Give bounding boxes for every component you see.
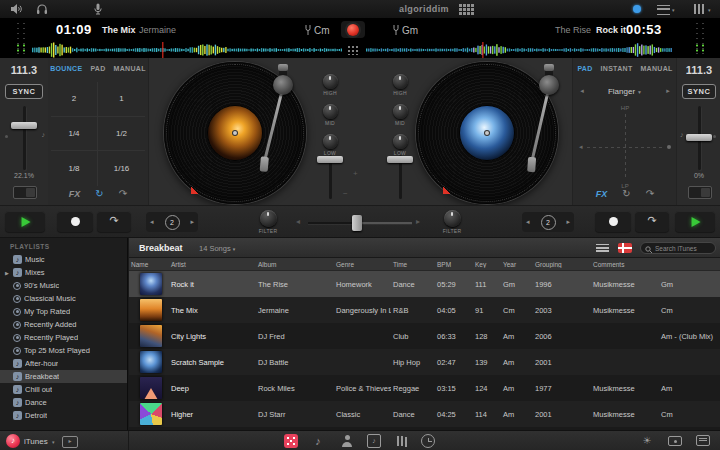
itunes-icon[interactable] [6,434,20,448]
microphone-icon[interactable] [92,3,104,15]
deck-b-sync-button[interactable]: SYNC [682,84,716,99]
fx-xy-pad[interactable]: HP LP ◂ [579,104,671,190]
bounce-icon[interactable]: ↷ [119,189,127,199]
sidebar-playlist-item[interactable]: ▶ Dance [0,396,127,409]
sidebar-playlist-item[interactable]: ▶ Recently Played [0,331,127,344]
speaker-icon[interactable] [10,3,22,15]
eq-knob[interactable] [323,104,338,119]
deck-tab[interactable]: INSTANT [601,65,633,72]
song-count[interactable]: 14 Songs▾ [199,244,235,253]
sidebar-playlist-item[interactable]: ▶ Classical Music [0,292,127,305]
songs-view-icon[interactable]: ♪ [311,434,325,448]
column-header[interactable]: Key [473,261,501,268]
loop-halve-icon[interactable]: ◂ [526,218,530,226]
grip-dots-icon[interactable] [347,45,359,55]
deck-b-bend-button[interactable]: ↷ [635,211,669,232]
eq-knob[interactable] [393,74,408,89]
column-header[interactable]: Genre [334,261,391,268]
deck-a-sync-button[interactable]: SYNC [5,84,43,99]
column-header[interactable]: Artist [169,261,256,268]
eq-knob[interactable] [393,134,408,149]
next-effect-icon[interactable]: ▸ [663,87,673,95]
flag-view-icon[interactable] [618,243,632,253]
deck-b-play-button[interactable] [675,211,715,232]
filter-knob[interactable] [260,210,277,227]
loop-halve-icon[interactable]: ◂ [150,218,154,226]
sidebar-playlist-item[interactable]: ▶ Breakbeat [0,370,127,383]
song-row[interactable]: The Mix Jermaine Dangerously In Love R&B… [129,297,720,323]
list-view-icon[interactable] [596,244,609,252]
headphones-icon[interactable] [36,3,48,15]
loop-icon[interactable]: ↻ [622,189,630,199]
playlists-view-icon[interactable] [284,434,298,448]
record-button[interactable] [341,21,365,38]
chevron-down-icon[interactable]: ▾ [672,7,675,13]
pitch-bend-plus[interactable]: + [353,169,358,178]
crossfader[interactable] [308,215,412,231]
fx-label[interactable]: FX [596,189,608,199]
prev-effect-icon[interactable]: ◂ [577,87,587,95]
deck-b-tonearm[interactable] [535,64,575,176]
sidebar-playlist-item[interactable]: ▶ My Top Rated [0,305,127,318]
sidebar-playlist-item[interactable]: ▶ Top 25 Most Played [0,344,127,357]
loop-double-icon[interactable]: ▸ [190,218,194,226]
channel-b-volume-fader[interactable] [385,155,415,199]
deck-tab[interactable]: BOUNCE [50,65,82,72]
open-file-icon[interactable] [62,436,78,448]
sidebar-playlist-item[interactable]: ▶ After-hour [0,357,127,370]
crossfader-handle[interactable] [352,215,362,231]
column-header[interactable]: Time [391,261,435,268]
deck-tab[interactable]: PAD [577,65,592,72]
fader-handle[interactable] [387,156,413,163]
bounce-pad[interactable]: 1/8 [51,151,98,186]
deck-tab[interactable]: MANUAL [640,65,672,72]
deck-a-waveform[interactable] [32,42,342,58]
song-row[interactable]: Deep Rock Miles Police & Thieves Reggae … [129,375,720,401]
bounce-pad[interactable]: 1/2 [98,117,145,152]
mixer-layout-icon[interactable] [694,4,706,14]
channel-a-volume-fader[interactable] [315,155,345,199]
bounce-pad[interactable]: 2 [51,82,98,117]
status-dot-icon[interactable] [633,5,641,13]
eq-knob[interactable] [393,104,408,119]
bounce-pad[interactable]: 1/4 [51,117,98,152]
deck-a-loop-beats[interactable]: 2 [165,215,180,230]
disclosure-triangle-icon[interactable]: ▶ [4,270,10,276]
filter-knob[interactable] [444,210,461,227]
column-header[interactable]: Album [256,261,334,268]
eq-knob[interactable] [323,134,338,149]
column-header[interactable]: Grouping [533,261,591,268]
deck-a-bend-button[interactable]: ↷ [97,211,131,232]
genres-view-icon[interactable] [395,434,409,448]
effect-name[interactable]: Flanger▼ [587,87,663,96]
column-header[interactable]: BPM [435,261,473,268]
column-header[interactable]: Name [129,261,169,268]
column-header[interactable]: Comments [591,261,659,268]
albums-view-icon[interactable]: ♪ [367,434,381,448]
source-label[interactable]: iTunes [24,437,48,446]
deck-a-pitch-slider[interactable]: ♪ [0,106,48,170]
song-row[interactable]: Scratch Sample DJ Battle Hip Hop 02:47 1… [129,349,720,375]
pitch-handle[interactable] [686,134,712,141]
queue-icon[interactable] [696,435,710,446]
deck-tab[interactable]: PAD [90,65,105,72]
deck-b-precue-icon[interactable] [688,186,712,199]
video-icon[interactable] [668,436,682,446]
deck-a-cue-button[interactable] [57,211,93,232]
deck-a-tonearm[interactable] [269,64,309,176]
brightness-icon[interactable]: ☀ [640,434,654,448]
sidebar-playlist-item[interactable]: ▶ Chill out [0,383,127,396]
chevron-down-icon[interactable]: ▾ [708,7,711,13]
deck-b-pitch-slider[interactable]: ♪ [677,106,720,170]
bounce-icon[interactable]: ↷ [646,189,654,199]
deck-a-precue-icon[interactable] [13,186,37,199]
song-row[interactable]: Higher DJ Starr Classic Dance 04:25 114 … [129,401,720,427]
deck-b-loop-beats[interactable]: 2 [541,215,556,230]
song-row[interactable]: Rock it The Rise Homework Dance 05:29 11… [129,271,720,297]
song-row[interactable]: City Lights DJ Fred Club 06:33 128 Am 20… [129,323,720,349]
sidebar-playlist-item[interactable]: ▶ 90's Music [0,279,127,292]
sidebar-playlist-item[interactable]: ▶ Music [0,253,127,266]
pitch-handle[interactable] [11,122,37,129]
artists-view-icon[interactable] [340,434,354,448]
sidebar-playlist-item[interactable]: ▶ Mixes [0,266,127,279]
